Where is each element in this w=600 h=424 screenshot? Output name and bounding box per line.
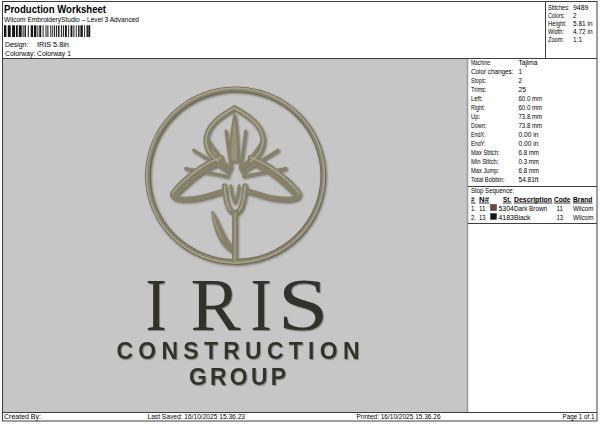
svg-text:5.81 in: 5.81 in (573, 20, 593, 27)
svg-text:EndX:: EndX: (471, 131, 486, 138)
svg-text:2.: 2. (471, 214, 476, 221)
svg-text:54.81ft: 54.81ft (519, 176, 539, 183)
svg-text:0.3 mm: 0.3 mm (519, 158, 540, 165)
svg-text:Stitches:: Stitches: (548, 4, 570, 11)
svg-text:Code: Code (554, 196, 571, 203)
svg-text:I: I (145, 263, 166, 346)
svg-text:13: 13 (557, 214, 564, 221)
svg-text:IRIS 5.8in: IRIS 5.8in (37, 41, 69, 48)
svg-text:#: # (471, 196, 475, 203)
svg-text:GROUP: GROUP (189, 364, 291, 390)
svg-text:Colors:: Colors: (548, 12, 565, 19)
svg-text:Right:: Right: (471, 104, 485, 112)
svg-text:Wilcom: Wilcom (573, 205, 594, 212)
svg-text:60.0 mm: 60.0 mm (519, 104, 543, 111)
svg-text:Left:: Left: (471, 95, 483, 102)
svg-text:6.8 mm: 6.8 mm (519, 167, 540, 174)
svg-text:0.00 in: 0.00 in (519, 131, 539, 138)
svg-text:Up:: Up: (471, 113, 480, 121)
svg-text:Colorway 1: Colorway 1 (37, 50, 71, 58)
svg-text:Printed: 16/10/2025 15.36.26: Printed: 16/10/2025 15.36.26 (357, 413, 441, 420)
svg-text:60.0 mm: 60.0 mm (519, 95, 543, 102)
svg-text:Trims:: Trims: (471, 86, 487, 93)
svg-text:Dark Brown: Dark Brown (514, 205, 547, 212)
svg-text:13: 13 (479, 214, 486, 221)
svg-text:Stops:: Stops: (471, 77, 486, 85)
svg-text:R: R (190, 263, 240, 346)
svg-text:25: 25 (519, 86, 527, 93)
svg-text:Color changes:: Color changes: (471, 68, 514, 76)
svg-text:1.: 1. (471, 205, 476, 212)
svg-text:Production Worksheet: Production Worksheet (4, 3, 106, 15)
svg-text:Zoom:: Zoom: (548, 36, 564, 43)
svg-text:Design:: Design: (5, 41, 28, 49)
svg-text:Brand: Brand (573, 196, 593, 203)
svg-text:9489: 9489 (573, 4, 589, 11)
svg-text:2: 2 (573, 12, 577, 19)
svg-text:1:1: 1:1 (573, 36, 582, 43)
svg-text:Down:: Down: (471, 122, 487, 129)
svg-text:Width:: Width: (548, 28, 564, 35)
svg-text:11: 11 (479, 205, 486, 212)
svg-text:Page 1 of 1: Page 1 of 1 (563, 413, 595, 421)
svg-text:EndY:: EndY: (471, 140, 486, 147)
svg-text:4183: 4183 (499, 214, 515, 221)
svg-text:73.8 mm: 73.8 mm (519, 113, 543, 120)
svg-text:Stop Sequence:: Stop Sequence: (471, 187, 514, 195)
svg-text:Last Saved: 16/10/2025 15.36.2: Last Saved: 16/10/2025 15.36.23 (148, 413, 246, 420)
svg-text:St.: St. (503, 196, 511, 203)
svg-text:Black: Black (514, 214, 531, 221)
svg-text:Description: Description (514, 196, 552, 204)
svg-text:Colorway:: Colorway: (5, 50, 35, 58)
svg-text:4.72 in: 4.72 in (573, 28, 593, 35)
svg-text:73.8 mm: 73.8 mm (519, 122, 543, 129)
svg-text:Height:: Height: (548, 20, 567, 28)
svg-text:N#: N# (479, 196, 489, 203)
svg-text:S: S (278, 263, 329, 346)
svg-text:0.00 in: 0.00 in (519, 140, 539, 147)
svg-text:11: 11 (557, 205, 564, 212)
svg-text:Min Stitch:: Min Stitch: (471, 158, 499, 165)
svg-text:Created By:: Created By: (4, 413, 41, 421)
svg-text:6.8 mm: 6.8 mm (519, 149, 540, 156)
svg-text:Max Jump:: Max Jump: (471, 167, 499, 175)
svg-text:2: 2 (519, 77, 523, 84)
svg-text:1: 1 (519, 68, 523, 75)
svg-text:Total Bobbin:: Total Bobbin: (471, 176, 505, 183)
svg-text:I: I (250, 263, 271, 346)
svg-text:CONSTRUCTION: CONSTRUCTION (117, 338, 366, 364)
svg-text:Wilcom EmbroideryStudio – Leve: Wilcom EmbroideryStudio – Level 3 Advanc… (4, 15, 139, 24)
svg-text:Tajima: Tajima (519, 59, 538, 67)
svg-text:Wilcom: Wilcom (573, 214, 594, 221)
svg-text:Machine:: Machine: (471, 59, 491, 66)
svg-text:5304: 5304 (499, 205, 515, 212)
svg-text:Max Stitch:: Max Stitch: (471, 149, 500, 156)
